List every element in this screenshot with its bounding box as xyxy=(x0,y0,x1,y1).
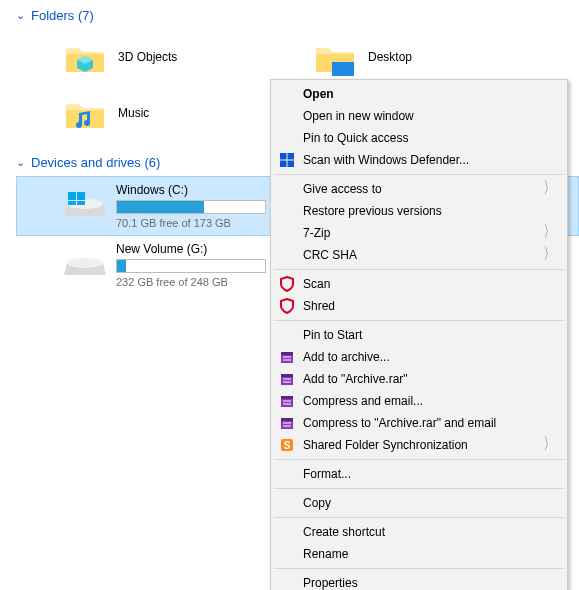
svg-rect-16 xyxy=(283,359,291,361)
svg-rect-27 xyxy=(283,422,291,424)
menu-open[interactable]: Open xyxy=(273,83,565,105)
menu-rename[interactable]: Rename xyxy=(273,543,565,565)
menu-restore-previous[interactable]: Restore previous versions xyxy=(273,200,565,222)
folder-music[interactable]: Music xyxy=(16,85,266,141)
svg-rect-26 xyxy=(281,418,293,421)
drive-icon xyxy=(64,190,106,222)
svg-rect-9 xyxy=(280,153,287,160)
svg-rect-24 xyxy=(283,403,291,405)
folder-label: Music xyxy=(118,106,149,120)
svg-rect-28 xyxy=(283,425,291,427)
svg-rect-18 xyxy=(281,374,293,377)
separator xyxy=(274,488,564,489)
menu-open-new-window[interactable]: Open in new window xyxy=(273,105,565,127)
svg-rect-23 xyxy=(283,400,291,402)
separator xyxy=(274,459,564,460)
usage-bar xyxy=(116,259,266,273)
svg-rect-2 xyxy=(332,62,354,76)
menu-scan[interactable]: Scan xyxy=(273,273,565,295)
folder-desktop[interactable]: Desktop xyxy=(266,29,516,85)
drives-title: Devices and drives (6) xyxy=(31,155,160,170)
winrar-icon xyxy=(278,370,296,388)
menu-pin-quick-access[interactable]: Pin to Quick access xyxy=(273,127,565,149)
svg-rect-15 xyxy=(283,356,291,358)
menu-add-archive-rar[interactable]: Add to "Archive.rar" xyxy=(273,368,565,390)
svg-rect-20 xyxy=(283,381,291,383)
defender-shield-icon xyxy=(278,151,296,169)
chevron-down-icon: ⌄ xyxy=(16,156,25,169)
menu-crc-sha[interactable]: CRC SHA〉 xyxy=(273,244,565,266)
menu-add-archive[interactable]: Add to archive... xyxy=(273,346,565,368)
usage-bar xyxy=(116,200,266,214)
context-menu: Open Open in new window Pin to Quick acc… xyxy=(270,79,568,590)
svg-rect-11 xyxy=(280,161,287,168)
svg-rect-7 xyxy=(77,201,85,205)
menu-shred[interactable]: Shred xyxy=(273,295,565,317)
separator xyxy=(274,517,564,518)
mcafee-shield-icon xyxy=(278,275,296,293)
separator xyxy=(274,568,564,569)
separator xyxy=(274,174,564,175)
folder-icon xyxy=(64,36,106,78)
svg-rect-14 xyxy=(281,352,293,355)
separator xyxy=(274,269,564,270)
menu-shared-sync[interactable]: S Shared Folder Synchronization〉 xyxy=(273,434,565,456)
chevron-down-icon: ⌄ xyxy=(16,9,25,22)
svg-rect-5 xyxy=(77,192,85,200)
menu-scan-defender[interactable]: Scan with Windows Defender... xyxy=(273,149,565,171)
svg-rect-6 xyxy=(68,201,76,205)
sync-icon: S xyxy=(278,436,296,454)
menu-pin-start[interactable]: Pin to Start xyxy=(273,324,565,346)
folders-section-header[interactable]: ⌄ Folders (7) xyxy=(16,4,579,29)
menu-properties[interactable]: Properties xyxy=(273,572,565,590)
svg-rect-19 xyxy=(283,378,291,380)
submenu-arrow-icon: 〉 xyxy=(544,222,554,243)
menu-give-access-to[interactable]: Give access to〉 xyxy=(273,178,565,200)
folder-row: 3D Objects Desktop xyxy=(16,29,579,85)
folder-icon xyxy=(64,92,106,134)
svg-rect-12 xyxy=(288,161,295,168)
svg-rect-4 xyxy=(68,192,76,200)
submenu-arrow-icon: 〉 xyxy=(544,434,554,455)
menu-copy[interactable]: Copy xyxy=(273,492,565,514)
separator xyxy=(274,320,564,321)
menu-format[interactable]: Format... xyxy=(273,463,565,485)
menu-7zip[interactable]: 7-Zip〉 xyxy=(273,222,565,244)
svg-text:S: S xyxy=(284,440,291,451)
submenu-arrow-icon: 〉 xyxy=(544,244,554,265)
menu-compress-email[interactable]: Compress and email... xyxy=(273,390,565,412)
winrar-icon xyxy=(278,348,296,366)
drive-icon xyxy=(64,249,106,281)
svg-rect-22 xyxy=(281,396,293,399)
folder-3d-objects[interactable]: 3D Objects xyxy=(16,29,266,85)
folder-label: 3D Objects xyxy=(118,50,177,64)
svg-rect-10 xyxy=(288,153,295,160)
winrar-icon xyxy=(278,414,296,432)
folder-label: Desktop xyxy=(368,50,412,64)
menu-compress-rar-email[interactable]: Compress to "Archive.rar" and email xyxy=(273,412,565,434)
winrar-icon xyxy=(278,392,296,410)
mcafee-shield-icon xyxy=(278,297,296,315)
folders-title: Folders (7) xyxy=(31,8,94,23)
submenu-arrow-icon: 〉 xyxy=(544,178,554,199)
menu-create-shortcut[interactable]: Create shortcut xyxy=(273,521,565,543)
svg-point-8 xyxy=(67,258,103,268)
folder-icon xyxy=(314,36,356,78)
